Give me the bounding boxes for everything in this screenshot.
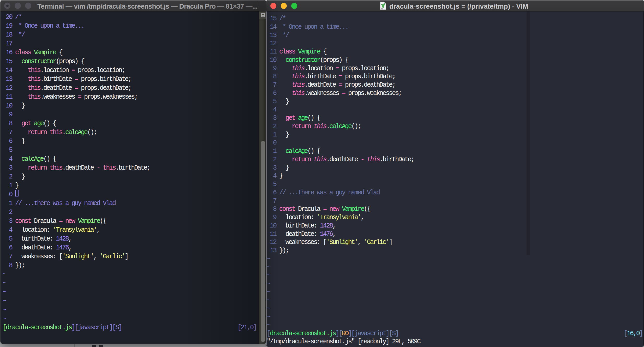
svg-text:JS: JS xyxy=(381,8,383,10)
